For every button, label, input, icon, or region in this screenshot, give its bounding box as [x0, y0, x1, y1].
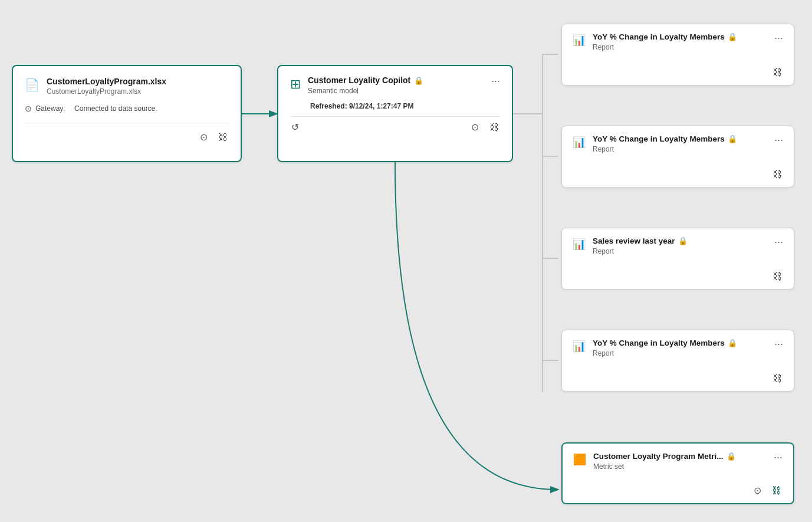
report-3-link-button[interactable]: ⛓: [771, 270, 783, 283]
semantic-refresh-button[interactable]: ↺: [290, 120, 300, 134]
report-2-link-button[interactable]: ⛓: [771, 168, 783, 181]
source-footer: ⊙ ⛓: [25, 130, 229, 144]
metric-card-header: 🟧 Customer Loyalty Program Metri... 🔒 Me…: [573, 452, 783, 471]
metric-more-button[interactable]: ···: [774, 452, 783, 462]
report-3-title: Sales review last year 🔒: [593, 237, 688, 245]
report-2-more-button[interactable]: ···: [774, 134, 783, 145]
report-1-type: Report: [593, 43, 737, 51]
report-card-3: 📊 Sales review last year 🔒 Report ··· ⛓: [561, 228, 794, 290]
report-4-link-button[interactable]: ⛓: [771, 372, 783, 385]
canvas: 📄 CustomerLoyaltyProgram.xlsx CustomerLo…: [0, 0, 812, 522]
source-card: 📄 CustomerLoyaltyProgram.xlsx CustomerLo…: [12, 65, 242, 162]
metric-link-button[interactable]: ⛓: [771, 484, 783, 497]
metric-card-left: 🟧 Customer Loyalty Program Metri... 🔒 Me…: [573, 452, 736, 471]
report-4-title: YoY % Change in Loyalty Members 🔒: [593, 339, 737, 347]
report-1-title: YoY % Change in Loyalty Members 🔒: [593, 32, 737, 41]
gateway-label: Gateway:: [35, 104, 65, 113]
metric-lock-icon: 🔒: [726, 452, 736, 461]
report-4-type: Report: [593, 349, 737, 357]
report-2-lock-icon: 🔒: [728, 134, 737, 143]
semantic-model-icon: ⊞: [290, 77, 301, 92]
gateway-status: Connected to data source.: [74, 104, 157, 113]
semantic-card-top-left: ⊞ Customer Loyality Copilot 🔒 Semantic m…: [290, 75, 423, 95]
report-4-footer: ⛓: [573, 372, 783, 385]
report-1-icon: 📊: [573, 34, 586, 47]
report-1-lock-icon: 🔒: [728, 32, 737, 41]
report-1-header: 📊 YoY % Change in Loyalty Members 🔒 Repo…: [573, 32, 783, 51]
gateway-row: ⊙ Gateway: Connected to data source.: [25, 104, 229, 113]
report-3-footer: ⛓: [573, 270, 783, 283]
report-card-4: 📊 YoY % Change in Loyalty Members 🔒 Repo…: [561, 330, 794, 392]
semantic-divider: [290, 116, 500, 117]
report-3-header: 📊 Sales review last year 🔒 Report ···: [573, 237, 783, 255]
report-card-2: 📊 YoY % Change in Loyalty Members 🔒 Repo…: [561, 126, 794, 188]
report-2-type: Report: [593, 145, 737, 153]
report-3-icon: 📊: [573, 238, 586, 251]
report-2-left: 📊 YoY % Change in Loyalty Members 🔒 Repo…: [573, 134, 737, 153]
report-1-link-button[interactable]: ⛓: [771, 66, 783, 79]
report-card-1: 📊 YoY % Change in Loyalty Members 🔒 Repo…: [561, 24, 794, 86]
report-4-left: 📊 YoY % Change in Loyalty Members 🔒 Repo…: [573, 339, 737, 357]
source-copilot-button[interactable]: ⊙: [199, 130, 209, 144]
report-4-more-button[interactable]: ···: [774, 339, 783, 349]
metric-card-title: Customer Loyalty Program Metri... 🔒: [593, 452, 736, 461]
metric-card-icon: 🟧: [573, 453, 586, 466]
report-2-header: 📊 YoY % Change in Loyalty Members 🔒 Repo…: [573, 134, 783, 153]
report-3-left: 📊 Sales review last year 🔒 Report: [573, 237, 688, 255]
report-1-footer: ⛓: [573, 66, 783, 79]
semantic-model-card: ⊞ Customer Loyality Copilot 🔒 Semantic m…: [277, 65, 513, 162]
report-2-title: YoY % Change in Loyalty Members 🔒: [593, 134, 737, 143]
report-1-more-button[interactable]: ···: [774, 32, 783, 43]
report-4-icon: 📊: [573, 340, 586, 353]
report-3-type: Report: [593, 247, 688, 255]
semantic-link-button[interactable]: ⛓: [488, 121, 500, 134]
metric-copilot-button[interactable]: ⊙: [752, 484, 762, 497]
semantic-card-top: ⊞ Customer Loyality Copilot 🔒 Semantic m…: [290, 75, 500, 95]
metric-card-type: Metric set: [593, 462, 736, 471]
semantic-more-button[interactable]: ···: [491, 75, 500, 86]
semantic-copilot-button[interactable]: ⊙: [470, 120, 480, 134]
report-3-lock-icon: 🔒: [678, 237, 688, 245]
semantic-model-title: Customer Loyality Copilot 🔒: [308, 75, 423, 85]
source-title: CustomerLoyaltyProgram.xlsx: [47, 77, 166, 86]
source-subtitle: CustomerLoyaltyProgram.xlsx: [47, 87, 166, 96]
source-divider: [25, 123, 229, 123]
gateway-icon: ⊙: [25, 104, 32, 113]
source-card-header: 📄 CustomerLoyaltyProgram.xlsx CustomerLo…: [25, 77, 229, 96]
file-icon: 📄: [25, 78, 40, 92]
semantic-footer: ↺ ⊙ ⛓: [290, 120, 500, 134]
semantic-refreshed: Refreshed: 9/12/24, 1:27:47 PM: [310, 102, 500, 110]
report-1-left: 📊 YoY % Change in Loyalty Members 🔒 Repo…: [573, 32, 737, 51]
report-3-more-button[interactable]: ···: [774, 237, 783, 247]
report-2-icon: 📊: [573, 136, 586, 149]
semantic-model-subtitle: Semantic model: [308, 87, 423, 95]
semantic-lock-icon: 🔒: [414, 76, 423, 85]
report-4-lock-icon: 🔒: [728, 339, 737, 347]
metric-set-card: 🟧 Customer Loyalty Program Metri... 🔒 Me…: [561, 442, 794, 504]
report-2-footer: ⛓: [573, 168, 783, 181]
report-4-header: 📊 YoY % Change in Loyalty Members 🔒 Repo…: [573, 339, 783, 357]
metric-card-footer: ⊙ ⛓: [573, 484, 783, 497]
source-link-button[interactable]: ⛓: [217, 131, 229, 144]
